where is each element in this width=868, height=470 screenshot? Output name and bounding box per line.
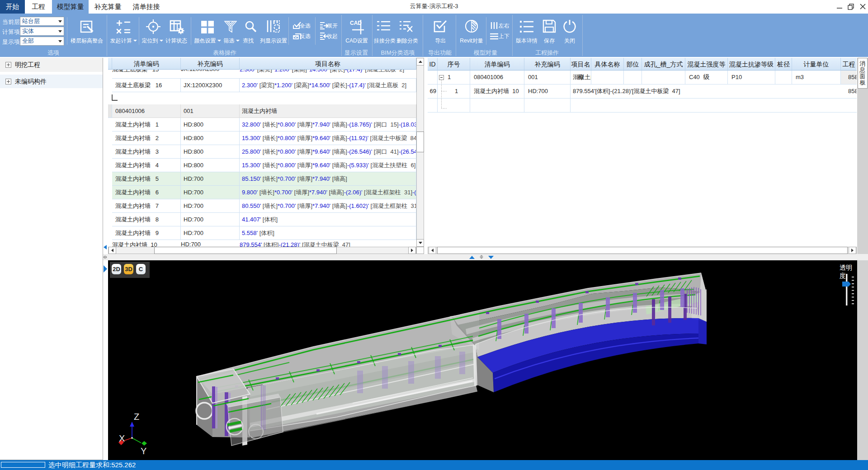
svg-text:Z: Z — [134, 412, 139, 422]
svg-text:CAD: CAD — [350, 20, 362, 26]
svg-text:Y: Y — [141, 446, 146, 456]
svg-text:X: X — [119, 433, 125, 443]
